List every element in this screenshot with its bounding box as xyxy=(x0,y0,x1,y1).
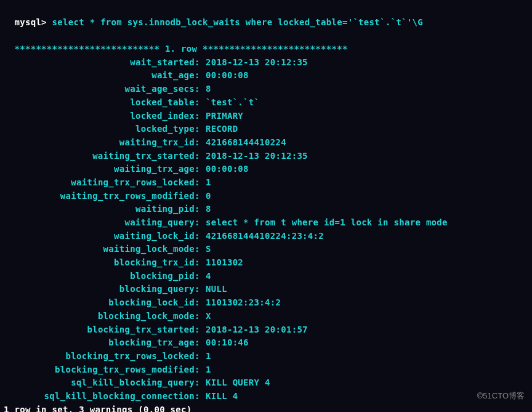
field-value: 4 xyxy=(206,270,211,283)
field-separator: : xyxy=(195,376,206,390)
row-separator-header: *************************** 1. row *****… xyxy=(4,29,528,55)
field-value: RECORD xyxy=(206,123,238,136)
field-value: PRIMARY xyxy=(206,110,243,123)
field-separator: : xyxy=(195,96,206,110)
result-field-row: sql_kill_blocking_connection: KILL 4 xyxy=(4,390,528,403)
field-value: 1101302 xyxy=(206,256,243,270)
field-key: waiting_lock_id xyxy=(4,230,195,243)
result-field-row: waiting_trx_rows_modified: 0 xyxy=(4,190,528,203)
field-key: blocking_trx_rows_modified xyxy=(4,363,195,377)
field-key: blocking_trx_started xyxy=(4,323,195,337)
field-separator: : xyxy=(195,110,206,123)
field-separator: : xyxy=(195,296,206,310)
row-header-stars-right: *************************** xyxy=(203,44,348,54)
result-field-row: locked_table: `test`.`t` xyxy=(4,96,528,110)
field-key: sql_kill_blocking_query xyxy=(4,376,195,390)
field-key: locked_table xyxy=(4,96,195,110)
field-value: 421668144410224:23:4:2 xyxy=(206,230,324,243)
field-separator: : xyxy=(195,69,206,83)
field-key: waiting_trx_rows_locked xyxy=(4,176,195,190)
result-field-row: waiting_trx_rows_locked: 1 xyxy=(4,176,528,190)
mysql-query-text: select * from sys.innodb_lock_waits wher… xyxy=(52,17,423,27)
result-field-row: waiting_query: select * from t where id=… xyxy=(4,216,528,230)
field-separator: : xyxy=(195,256,206,270)
field-separator: : xyxy=(195,56,206,70)
field-value: NULL xyxy=(206,283,227,296)
field-separator: : xyxy=(195,216,206,230)
result-field-row: blocking_trx_started: 2018-12-13 20:01:5… xyxy=(4,323,528,337)
result-field-row: wait_age_secs: 8 xyxy=(4,83,528,96)
field-separator: : xyxy=(195,203,206,216)
field-separator: : xyxy=(195,123,206,136)
result-field-row: blocking_lock_id: 1101302:23:4:2 xyxy=(4,296,528,310)
field-key: blocking_pid xyxy=(4,270,195,283)
field-key: blocking_query xyxy=(4,283,195,296)
field-value: 2018-12-13 20:12:35 xyxy=(206,56,308,70)
field-value: 1 xyxy=(206,363,211,377)
field-separator: : xyxy=(195,163,206,176)
result-field-row: blocking_trx_id: 1101302 xyxy=(4,256,528,270)
result-field-row: waiting_lock_mode: S xyxy=(4,243,528,256)
result-field-row: waiting_trx_id: 421668144410224 xyxy=(4,136,528,150)
field-key: waiting_query xyxy=(4,216,195,230)
field-separator: : xyxy=(195,350,206,363)
field-value: 8 xyxy=(206,83,211,96)
field-key: blocking_trx_rows_locked xyxy=(4,350,195,363)
result-field-row: locked_index: PRIMARY xyxy=(4,110,528,123)
watermark-text: ©51CTO博客 xyxy=(477,390,525,402)
field-value: 1101302:23:4:2 xyxy=(206,296,281,310)
field-separator: : xyxy=(195,83,206,96)
field-value: KILL QUERY 4 xyxy=(206,376,270,390)
field-key: wait_age xyxy=(4,69,195,83)
field-value: 2018-12-13 20:12:35 xyxy=(206,150,308,163)
field-value: 1 xyxy=(206,176,211,190)
result-field-row: blocking_trx_age: 00:10:46 xyxy=(4,336,528,350)
field-key: blocking_lock_id xyxy=(4,296,195,310)
field-separator: : xyxy=(195,270,206,283)
result-field-row: locked_type: RECORD xyxy=(4,123,528,136)
row-header-label: 1. row xyxy=(159,44,203,54)
field-value: 00:00:08 xyxy=(206,69,249,83)
result-footer: 1 row in set, 3 warnings (0.00 sec) xyxy=(4,403,528,412)
result-field-row: blocking_query: NULL xyxy=(4,283,528,296)
field-separator: : xyxy=(195,136,206,150)
field-separator: : xyxy=(195,283,206,296)
field-value: KILL 4 xyxy=(206,390,238,403)
field-separator: : xyxy=(195,310,206,323)
field-key: blocking_lock_mode xyxy=(4,310,195,323)
field-key: wait_age_secs xyxy=(4,83,195,96)
field-value: 1 xyxy=(206,350,211,363)
field-value: S xyxy=(206,243,211,256)
result-field-row: waiting_lock_id: 421668144410224:23:4:2 xyxy=(4,230,528,243)
result-field-row: waiting_trx_started: 2018-12-13 20:12:35 xyxy=(4,150,528,163)
mysql-prompt-line: mysql> select * from sys.innodb_lock_wai… xyxy=(4,2,528,29)
field-separator: : xyxy=(195,176,206,190)
field-value: select * from t where id=1 lock in share… xyxy=(206,216,448,230)
result-field-row: blocking_trx_rows_locked: 1 xyxy=(4,350,528,363)
field-key: waiting_trx_id xyxy=(4,136,195,150)
result-field-row: blocking_lock_mode: X xyxy=(4,310,528,323)
mysql-prompt-prefix: mysql> xyxy=(14,17,52,27)
field-value: 8 xyxy=(206,203,211,216)
result-fields: wait_started: 2018-12-13 20:12:35wait_ag… xyxy=(4,56,528,403)
row-header-stars-left: *************************** xyxy=(14,44,159,54)
field-value: 2018-12-13 20:01:57 xyxy=(206,323,308,337)
result-field-row: waiting_trx_age: 00:00:08 xyxy=(4,163,528,176)
field-key: waiting_lock_mode xyxy=(4,243,195,256)
field-key: waiting_trx_age xyxy=(4,163,195,176)
field-separator: : xyxy=(195,230,206,243)
field-key: sql_kill_blocking_connection xyxy=(4,390,195,403)
field-key: waiting_trx_started xyxy=(4,150,195,163)
field-value: 0 xyxy=(206,190,211,203)
field-separator: : xyxy=(195,150,206,163)
field-key: waiting_pid xyxy=(4,203,195,216)
result-field-row: blocking_trx_rows_modified: 1 xyxy=(4,363,528,377)
field-key: locked_type xyxy=(4,123,195,136)
field-key: blocking_trx_age xyxy=(4,336,195,350)
field-separator: : xyxy=(195,336,206,350)
field-value: 00:00:08 xyxy=(206,163,249,176)
result-field-row: waiting_pid: 8 xyxy=(4,203,528,216)
field-value: X xyxy=(206,310,211,323)
field-value: 421668144410224 xyxy=(206,136,286,150)
result-field-row: blocking_pid: 4 xyxy=(4,270,528,283)
